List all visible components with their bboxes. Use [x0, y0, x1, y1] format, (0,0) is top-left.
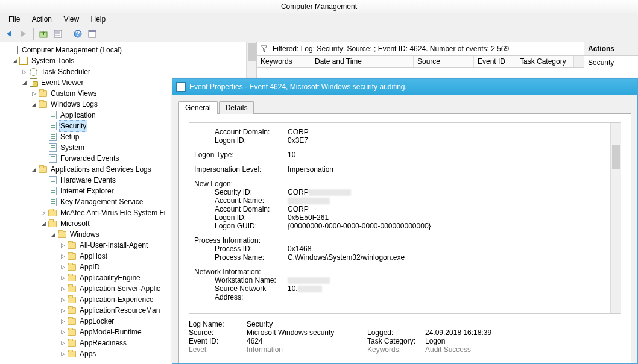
redacted-text — [288, 198, 330, 204]
folder-icon — [38, 89, 48, 98]
arrow-right-icon — [21, 31, 26, 37]
value-workstation-name — [288, 276, 605, 284]
tree-task-scheduler[interactable]: ▷Task Scheduler — [1, 66, 255, 77]
folder-icon — [67, 284, 77, 293]
folder-icon — [67, 316, 77, 326]
value-impersonation: Impersonation — [288, 165, 605, 174]
folder-up-icon — [39, 30, 48, 38]
dialog-tabs: General Details — [178, 101, 631, 114]
menu-help[interactable]: Help — [86, 13, 111, 25]
label-keywords: Keywords: — [367, 345, 425, 354]
dialog-titlebar[interactable]: Event Properties - Event 4624, Microsoft… — [172, 79, 637, 95]
col-keywords[interactable]: Keywords — [257, 56, 311, 67]
col-taskcategory[interactable]: Task Category — [516, 56, 573, 67]
value-keywords: Audit Success — [425, 345, 621, 354]
label-taskcat: Task Category: — [367, 337, 425, 345]
help-icon: ? — [74, 30, 82, 38]
label-account-domain: Account Domain: — [215, 128, 288, 136]
funnel-icon — [261, 45, 268, 52]
toolbar: ? — [0, 25, 638, 42]
label-src-net-addr: Source Network Address: — [215, 284, 288, 301]
panel-icon — [88, 30, 96, 38]
svg-text:?: ? — [75, 30, 80, 38]
value-new-logon-id: 0x5E50F261 — [288, 213, 605, 222]
label-workstation-name: Workstation Name: — [215, 276, 288, 284]
scrollbar-thumb[interactable] — [612, 145, 620, 169]
label-eventid: Event ID: — [189, 337, 247, 345]
panel-button[interactable] — [86, 27, 99, 40]
tab-general[interactable]: General — [178, 101, 218, 114]
menu-file[interactable]: File — [4, 13, 25, 25]
event-text-area[interactable]: Account Domain:CORP Logon ID:0x3E7 Logon… — [189, 122, 621, 314]
label-level: Level: — [189, 345, 247, 354]
event-viewer-icon — [28, 78, 38, 87]
log-icon — [48, 121, 57, 131]
list-scrollbar[interactable] — [573, 56, 584, 67]
log-icon — [48, 186, 57, 196]
folder-icon — [48, 219, 57, 228]
menubar: File Action View Help — [0, 13, 638, 25]
value-logon-id: 0x3E7 — [288, 136, 605, 145]
label-new-account-domain: Account Domain: — [215, 205, 288, 213]
label-account-name: Account Name: — [215, 196, 288, 205]
label-network-info: Network Information: — [194, 268, 288, 276]
folder-icon — [67, 240, 77, 250]
label-source: Source: — [189, 328, 247, 337]
nav-forward-button[interactable] — [17, 27, 30, 40]
event-summary: Log Name:Security Source:Microsoft Windo… — [189, 320, 621, 354]
label-log-name: Log Name: — [189, 320, 247, 328]
value-process-id: 0x1468 — [288, 245, 605, 253]
tree-root[interactable]: Computer Management (Local) — [1, 45, 255, 55]
folder-icon — [48, 208, 57, 218]
label-process-id: Process ID: — [215, 245, 288, 253]
menu-action[interactable]: Action — [27, 13, 57, 25]
redacted-text — [309, 189, 351, 196]
scrollbar-thumb[interactable] — [248, 43, 256, 61]
value-src-net-addr: 10. — [288, 284, 605, 301]
tab-panel-general: Account Domain:CORP Logon ID:0x3E7 Logon… — [178, 113, 631, 363]
filter-text: Filtered: Log: Security; Source: ; Event… — [273, 45, 509, 53]
value-account-name — [288, 196, 605, 205]
event-properties-dialog: Event Properties - Event 4624, Microsoft… — [172, 78, 638, 364]
help-button[interactable]: ? — [71, 27, 84, 40]
redacted-text — [288, 277, 330, 284]
label-logon-guid: Logon GUID: — [215, 222, 288, 230]
log-icon — [48, 110, 57, 120]
actions-security-item[interactable]: Security — [584, 56, 638, 69]
folder-icon — [67, 327, 77, 337]
computer-icon — [9, 45, 19, 55]
log-icon — [48, 132, 57, 142]
value-source: Microsoft Windows security — [247, 328, 367, 337]
label-logon-type: Logon Type: — [194, 151, 288, 159]
value-process-name: C:\Windows\System32\winlogon.exe — [288, 253, 605, 262]
value-account-domain: CORP — [288, 128, 605, 136]
label-logged: Logged: — [367, 328, 425, 337]
filter-bar: Filtered: Log: Security; Source: ; Event… — [257, 42, 584, 56]
folder-icon — [38, 165, 48, 174]
value-logged: 24.09.2018 16:18:39 — [425, 328, 621, 337]
col-eventid[interactable]: Event ID — [474, 56, 516, 67]
toolbar-separator — [68, 28, 68, 40]
folder-icon — [57, 230, 67, 239]
value-level: Information — [247, 345, 367, 354]
tab-details[interactable]: Details — [219, 101, 254, 114]
folder-icon — [67, 251, 77, 261]
label-impersonation: Impersonation Level: — [194, 165, 288, 174]
menu-view[interactable]: View — [58, 13, 84, 25]
nav-back-button[interactable] — [2, 27, 16, 40]
tools-icon — [19, 56, 28, 66]
folder-icon — [67, 349, 77, 359]
properties-button[interactable] — [51, 27, 65, 40]
col-source[interactable]: Source — [414, 56, 474, 67]
up-button[interactable] — [37, 27, 50, 40]
label-process-name: Process Name: — [215, 253, 288, 262]
folder-icon — [67, 262, 77, 272]
tree-system-tools[interactable]: ◢System Tools — [1, 55, 255, 66]
col-datetime[interactable]: Date and Time — [311, 56, 414, 67]
value-eventid: 4624 — [247, 337, 367, 345]
event-text-scrollbar[interactable] — [610, 123, 621, 313]
dialog-title: Event Properties - Event 4624, Microsoft… — [189, 83, 407, 91]
value-taskcat: Logon — [425, 337, 621, 345]
label-new-logon-id: Logon ID: — [215, 213, 288, 222]
window-titlebar: Computer Management — [0, 0, 638, 13]
